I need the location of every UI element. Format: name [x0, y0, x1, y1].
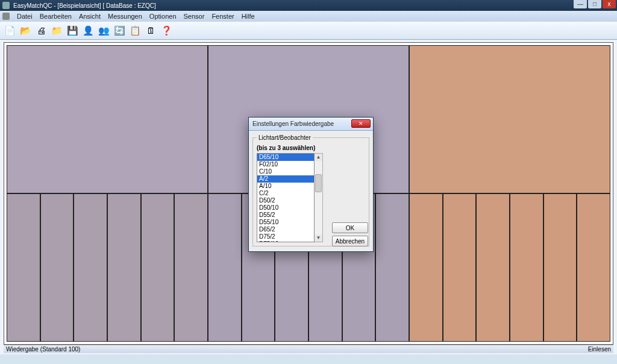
illuminant-option[interactable]: D75/2	[257, 233, 314, 240]
title-bar: EasyMatchQC - [Beispielansicht] [ DataBa…	[0, 0, 617, 11]
illuminant-option[interactable]: D65/10	[257, 154, 314, 161]
sample-swatch-0-5	[174, 193, 208, 342]
menu-datei[interactable]: Datei	[13, 13, 36, 20]
illuminant-option[interactable]: A/2	[257, 175, 314, 183]
illuminant-option[interactable]: D50/10	[257, 204, 314, 212]
toolbar-help-button[interactable]: ❓	[159, 24, 174, 38]
sample-swatch-2-5	[577, 193, 610, 342]
illuminant-listbox[interactable]: D65/10F02/10C/10A/2A/10C/2D50/2D50/10D55…	[257, 153, 315, 242]
sample-group-0	[7, 193, 208, 342]
maximize-button[interactable]: □	[588, 0, 601, 8]
minimize-button[interactable]: —	[574, 0, 587, 8]
listbox-scrollbar[interactable]: ▲ ▼	[315, 153, 323, 242]
menu-bearbeiten[interactable]: Bearbeiten	[36, 13, 75, 20]
group-subheader: (bis zu 3 auswählen)	[257, 145, 365, 151]
illuminant-option[interactable]: D55/2	[257, 212, 314, 219]
sample-swatch-2-4	[543, 193, 577, 342]
toolbar-refresh-button[interactable]: 🔄	[112, 24, 127, 38]
status-right: Einlesen	[588, 346, 611, 353]
group-legend: Lichtart/Beobachter	[257, 134, 313, 141]
toolbar-calendar-button[interactable]: 🗓	[143, 24, 158, 38]
sample-swatch-2-0	[409, 193, 443, 342]
illuminant-option[interactable]: D65/2	[257, 226, 314, 233]
menu-ansicht[interactable]: Ansicht	[75, 13, 104, 20]
color-render-settings-dialog: Einstellungen Farbwiedergabe ✕ Lichtart/…	[248, 117, 374, 252]
sample-swatch-0-2	[74, 193, 107, 342]
standard-swatch-2	[409, 45, 610, 193]
illuminant-option[interactable]: A/10	[257, 183, 314, 190]
illuminant-option[interactable]: C/2	[257, 190, 314, 197]
illuminant-option[interactable]: D50/2	[257, 197, 314, 204]
toolbar-print-button[interactable]: 🖨	[34, 24, 48, 38]
illuminant-option[interactable]: D75/10	[257, 240, 314, 242]
ok-button[interactable]: OK	[332, 222, 368, 233]
dialog-title: Einstellungen Farbwiedergabe	[252, 121, 334, 127]
cancel-button[interactable]: Abbrechen	[332, 236, 368, 246]
menu-messungen[interactable]: Messungen	[104, 13, 146, 20]
illuminant-option[interactable]: F02/10	[257, 161, 314, 168]
status-left: Wiedergabe (Standard 100)	[6, 346, 80, 353]
toolbar-users-button[interactable]: 👥	[96, 24, 111, 38]
toolbar-user-button[interactable]: 👤	[81, 24, 95, 38]
sample-swatch-2-2	[476, 193, 510, 342]
sample-swatch-1-5	[375, 193, 409, 342]
sample-group-2	[409, 193, 610, 342]
sample-swatch-0-0	[7, 193, 40, 342]
illuminant-option[interactable]: D55/10	[257, 219, 314, 226]
sample-swatch-2-1	[443, 193, 477, 342]
standard-swatch-0	[7, 45, 208, 193]
mdi-child-icon	[2, 13, 10, 20]
toolbar-open-button[interactable]: 📂	[18, 24, 33, 38]
toolbar: 📄📂🖨📁💾👤👥🔄📋🗓❓	[0, 22, 617, 40]
toolbar-new-button[interactable]: 📄	[2, 24, 17, 38]
scroll-up-icon[interactable]: ▲	[316, 154, 321, 161]
toolbar-folder-button[interactable]: 📁	[49, 24, 64, 38]
scroll-down-icon[interactable]: ▼	[316, 234, 321, 242]
toolbar-save-button[interactable]: 💾	[65, 24, 80, 38]
menu-optionen[interactable]: Optionen	[146, 13, 180, 20]
sample-swatch-2-3	[510, 193, 543, 342]
window-title: EasyMatchQC - [Beispielansicht] [ DataBa…	[13, 2, 156, 9]
sample-swatch-0-1	[40, 193, 74, 342]
menu-sensor[interactable]: Sensor	[180, 13, 208, 20]
menu-bar: DateiBearbeitenAnsichtMessungenOptionenS…	[0, 11, 617, 22]
app-icon	[2, 2, 10, 9]
illuminant-option[interactable]: C/10	[257, 168, 314, 175]
dialog-close-button[interactable]: ✕	[351, 119, 371, 128]
sample-swatch-1-0	[208, 193, 242, 342]
sample-swatch-0-4	[141, 193, 175, 342]
close-button[interactable]: x	[603, 0, 616, 8]
menu-fenster[interactable]: Fenster	[208, 13, 237, 20]
sample-swatch-0-3	[107, 193, 141, 342]
menu-hilfe[interactable]: Hilfe	[238, 13, 258, 20]
toolbar-clipboard-button[interactable]: 📋	[128, 24, 142, 38]
scroll-thumb[interactable]	[315, 174, 322, 192]
